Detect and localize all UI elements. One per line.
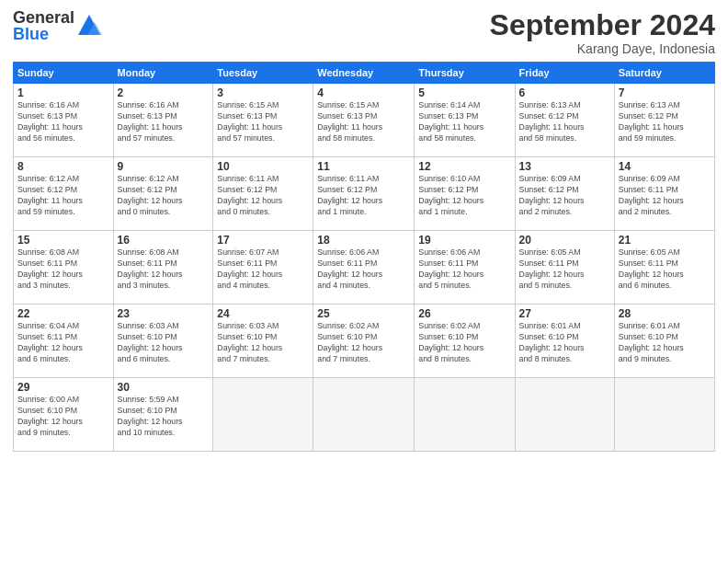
day-info: Sunrise: 6:13 AM Sunset: 6:12 PM Dayligh…: [519, 100, 610, 144]
calendar-week-row: 15Sunrise: 6:08 AM Sunset: 6:11 PM Dayli…: [14, 231, 715, 304]
table-row: 24Sunrise: 6:03 AM Sunset: 6:10 PM Dayli…: [213, 304, 313, 378]
table-row: [213, 378, 313, 452]
col-thursday: Thursday: [415, 63, 515, 84]
calendar-week-row: 1Sunrise: 6:16 AM Sunset: 6:13 PM Daylig…: [14, 84, 715, 157]
table-row: 25Sunrise: 6:02 AM Sunset: 6:10 PM Dayli…: [313, 304, 415, 378]
day-number: 26: [418, 307, 510, 320]
day-number: 4: [317, 86, 410, 99]
table-row: 13Sunrise: 6:09 AM Sunset: 6:12 PM Dayli…: [515, 157, 614, 231]
col-sunday: Sunday: [14, 63, 114, 84]
day-info: Sunrise: 6:16 AM Sunset: 6:13 PM Dayligh…: [17, 100, 109, 144]
day-info: Sunrise: 6:12 AM Sunset: 6:12 PM Dayligh…: [17, 174, 109, 218]
day-number: 30: [118, 381, 210, 394]
day-number: 15: [17, 234, 109, 247]
logo-area: General Blue: [13, 9, 102, 42]
day-number: 12: [418, 160, 510, 173]
day-number: 23: [118, 307, 210, 320]
table-row: 27Sunrise: 6:01 AM Sunset: 6:10 PM Dayli…: [515, 304, 614, 378]
day-info: Sunrise: 6:06 AM Sunset: 6:11 PM Dayligh…: [317, 247, 410, 292]
day-number: 5: [418, 86, 510, 99]
day-number: 18: [317, 234, 410, 247]
day-number: 11: [317, 160, 410, 173]
table-row: 30Sunrise: 5:59 AM Sunset: 6:10 PM Dayli…: [113, 378, 213, 452]
day-info: Sunrise: 6:09 AM Sunset: 6:12 PM Dayligh…: [519, 174, 610, 218]
logo-general: General: [13, 9, 74, 26]
day-number: 1: [17, 86, 109, 99]
day-info: Sunrise: 6:15 AM Sunset: 6:13 PM Dayligh…: [317, 100, 410, 144]
day-info: Sunrise: 6:05 AM Sunset: 6:11 PM Dayligh…: [519, 247, 610, 292]
table-row: 11Sunrise: 6:11 AM Sunset: 6:12 PM Dayli…: [313, 157, 415, 231]
day-number: 25: [317, 307, 410, 320]
day-info: Sunrise: 6:16 AM Sunset: 6:13 PM Dayligh…: [118, 100, 210, 144]
day-number: 7: [619, 86, 711, 99]
day-info: Sunrise: 6:11 AM Sunset: 6:12 PM Dayligh…: [317, 174, 410, 218]
day-info: Sunrise: 6:08 AM Sunset: 6:11 PM Dayligh…: [17, 247, 109, 292]
day-number: 9: [118, 160, 210, 173]
day-info: Sunrise: 6:03 AM Sunset: 6:10 PM Dayligh…: [217, 321, 309, 365]
table-row: 29Sunrise: 6:00 AM Sunset: 6:10 PM Dayli…: [14, 378, 114, 452]
day-info: Sunrise: 6:15 AM Sunset: 6:13 PM Dayligh…: [217, 100, 309, 144]
table-row: 1Sunrise: 6:16 AM Sunset: 6:13 PM Daylig…: [14, 84, 114, 157]
day-number: 13: [519, 160, 610, 173]
day-number: 2: [118, 86, 210, 99]
day-info: Sunrise: 6:02 AM Sunset: 6:10 PM Dayligh…: [418, 321, 510, 365]
table-row: 12Sunrise: 6:10 AM Sunset: 6:12 PM Dayli…: [415, 157, 515, 231]
day-info: Sunrise: 6:06 AM Sunset: 6:11 PM Dayligh…: [418, 247, 510, 292]
table-row: 5Sunrise: 6:14 AM Sunset: 6:13 PM Daylig…: [415, 84, 515, 157]
day-info: Sunrise: 6:09 AM Sunset: 6:11 PM Dayligh…: [619, 174, 711, 218]
logo-icon: [76, 13, 102, 39]
day-info: Sunrise: 6:10 AM Sunset: 6:12 PM Dayligh…: [418, 174, 510, 218]
table-row: 2Sunrise: 6:16 AM Sunset: 6:13 PM Daylig…: [113, 84, 213, 157]
month-title: September 2024: [490, 9, 715, 41]
day-number: 16: [118, 234, 210, 247]
day-number: 27: [519, 307, 610, 320]
day-info: Sunrise: 6:04 AM Sunset: 6:11 PM Dayligh…: [17, 321, 109, 365]
location-title: Karang Daye, Indonesia: [490, 41, 715, 56]
calendar-header-row: Sunday Monday Tuesday Wednesday Thursday…: [14, 63, 715, 84]
table-row: [614, 378, 714, 452]
table-row: 10Sunrise: 6:11 AM Sunset: 6:12 PM Dayli…: [213, 157, 313, 231]
table-row: [515, 378, 614, 452]
day-info: Sunrise: 6:11 AM Sunset: 6:12 PM Dayligh…: [217, 174, 309, 218]
table-row: 16Sunrise: 6:08 AM Sunset: 6:11 PM Dayli…: [113, 231, 213, 304]
col-monday: Monday: [113, 63, 213, 84]
calendar-table: Sunday Monday Tuesday Wednesday Thursday…: [13, 62, 715, 452]
table-row: 28Sunrise: 6:01 AM Sunset: 6:10 PM Dayli…: [614, 304, 714, 378]
table-row: 4Sunrise: 6:15 AM Sunset: 6:13 PM Daylig…: [313, 84, 415, 157]
day-number: 10: [217, 160, 309, 173]
day-info: Sunrise: 6:14 AM Sunset: 6:13 PM Dayligh…: [418, 100, 510, 144]
day-number: 19: [418, 234, 510, 247]
table-row: 26Sunrise: 6:02 AM Sunset: 6:10 PM Dayli…: [415, 304, 515, 378]
col-friday: Friday: [515, 63, 614, 84]
day-number: 3: [217, 86, 309, 99]
table-row: 7Sunrise: 6:13 AM Sunset: 6:12 PM Daylig…: [614, 84, 714, 157]
day-info: Sunrise: 6:01 AM Sunset: 6:10 PM Dayligh…: [519, 321, 610, 365]
day-info: Sunrise: 6:13 AM Sunset: 6:12 PM Dayligh…: [619, 100, 711, 144]
day-info: Sunrise: 6:03 AM Sunset: 6:10 PM Dayligh…: [118, 321, 210, 365]
day-number: 22: [17, 307, 109, 320]
title-area: September 2024 Karang Daye, Indonesia: [490, 9, 715, 56]
day-info: Sunrise: 6:00 AM Sunset: 6:10 PM Dayligh…: [17, 395, 109, 439]
day-number: 6: [519, 86, 610, 99]
calendar-week-row: 22Sunrise: 6:04 AM Sunset: 6:11 PM Dayli…: [14, 304, 715, 378]
table-row: 8Sunrise: 6:12 AM Sunset: 6:12 PM Daylig…: [14, 157, 114, 231]
day-number: 29: [17, 381, 109, 394]
day-info: Sunrise: 6:07 AM Sunset: 6:11 PM Dayligh…: [217, 247, 309, 292]
table-row: 9Sunrise: 6:12 AM Sunset: 6:12 PM Daylig…: [113, 157, 213, 231]
day-info: Sunrise: 6:02 AM Sunset: 6:10 PM Dayligh…: [317, 321, 410, 365]
page-container: General Blue September 2024 Karang Daye,…: [0, 0, 728, 459]
day-info: Sunrise: 5:59 AM Sunset: 6:10 PM Dayligh…: [118, 395, 210, 439]
table-row: 14Sunrise: 6:09 AM Sunset: 6:11 PM Dayli…: [614, 157, 714, 231]
table-row: 18Sunrise: 6:06 AM Sunset: 6:11 PM Dayli…: [313, 231, 415, 304]
logo-text: General Blue: [13, 9, 74, 42]
table-row: 15Sunrise: 6:08 AM Sunset: 6:11 PM Dayli…: [14, 231, 114, 304]
table-row: 23Sunrise: 6:03 AM Sunset: 6:10 PM Dayli…: [113, 304, 213, 378]
day-number: 24: [217, 307, 309, 320]
col-tuesday: Tuesday: [213, 63, 313, 84]
col-saturday: Saturday: [614, 63, 714, 84]
day-info: Sunrise: 6:12 AM Sunset: 6:12 PM Dayligh…: [118, 174, 210, 218]
day-number: 21: [619, 234, 711, 247]
table-row: 6Sunrise: 6:13 AM Sunset: 6:12 PM Daylig…: [515, 84, 614, 157]
table-row: 20Sunrise: 6:05 AM Sunset: 6:11 PM Dayli…: [515, 231, 614, 304]
day-info: Sunrise: 6:05 AM Sunset: 6:11 PM Dayligh…: [619, 247, 711, 292]
